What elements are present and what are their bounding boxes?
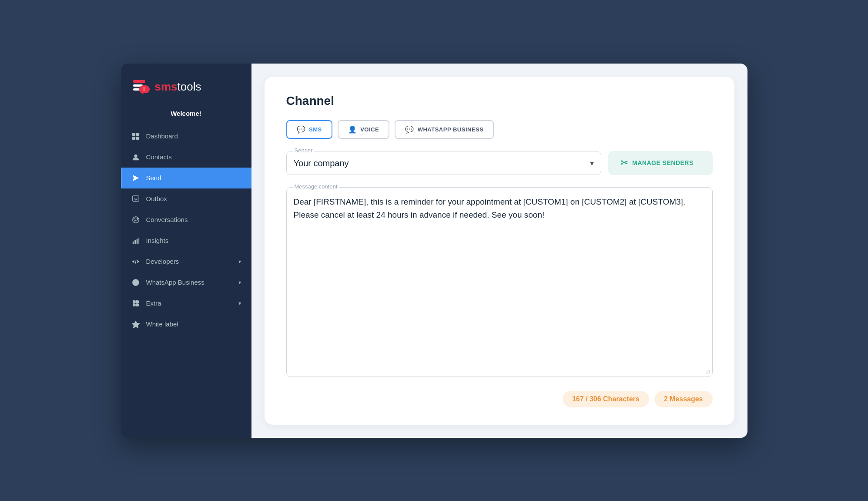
svg-rect-11 [132,241,134,243]
outbox-icon [131,195,140,203]
svg-text:!: ! [143,86,145,92]
sender-label: Sender [293,147,315,154]
sms-tab-icon: 💬 [297,125,306,134]
voice-tab-icon: 👤 [348,125,357,134]
logo-tools: tools [178,80,201,93]
sidebar-item-label-conversations: Conversations [146,216,241,223]
manage-senders-label: MANAGE SENDERS [632,159,694,166]
chevron-down-icon-2: ▾ [238,279,241,286]
sender-select[interactable]: Your company ▾ [294,158,594,168]
sidebar-item-label-developers: Developers [146,258,232,265]
sidebar-item-developers[interactable]: Developers ▾ [121,251,251,272]
sender-dropdown-arrow: ▾ [590,158,594,168]
contacts-icon [131,153,140,161]
sender-value: Your company [294,158,349,168]
tab-sms[interactable]: 💬 SMS [286,120,332,139]
chevron-down-icon-3: ▾ [238,300,241,306]
developers-icon [131,257,140,266]
svg-point-8 [134,154,137,157]
sidebar-item-label-contacts: Contacts [146,153,241,161]
sidebar-item-label-insights: Insights [146,237,241,244]
insights-icon [131,236,140,245]
whatsapp-tab-icon: 💬 [405,125,414,134]
svg-rect-12 [134,240,136,244]
svg-rect-19 [136,303,138,306]
messages-badge: 2 Messages [654,391,713,407]
sidebar-item-dashboard[interactable]: Dashboard [121,126,251,147]
sidebar-item-label-send: Send [146,174,241,182]
manage-senders-button[interactable]: ✂ MANAGE SENDERS [608,151,713,175]
tab-whatsapp-label: WHATSAPP BUSINESS [418,126,484,133]
svg-rect-14 [138,237,139,243]
svg-rect-18 [133,303,135,306]
sidebar-item-white-label[interactable]: White label [121,314,251,335]
tab-whatsapp[interactable]: 💬 WHATSAPP BUSINESS [395,120,494,139]
sidebar-nav: Dashboard Contacts Send [121,126,251,438]
send-icon [131,174,140,182]
sidebar-item-label-extra: Extra [146,299,232,307]
sidebar-item-send[interactable]: Send [121,168,251,188]
svg-rect-17 [136,300,138,303]
sender-row: Sender Your company ▾ ✂ MANAGE SENDERS [286,151,713,175]
stats-row: 167 / 306 Characters 2 Messages [286,391,713,407]
svg-rect-4 [132,132,135,135]
message-field: Message content ⊿ [286,187,713,377]
sidebar-item-whatsapp-business[interactable]: WhatsApp Business ▾ [121,272,251,293]
tab-sms-label: SMS [309,126,322,133]
tab-voice[interactable]: 👤 VOICE [338,120,389,139]
sidebar-item-label-white-label: White label [146,320,241,328]
svg-rect-0 [133,80,145,83]
manage-senders-icon: ✂ [620,158,628,168]
svg-marker-20 [132,321,139,327]
chevron-down-icon: ▾ [238,259,241,265]
svg-rect-7 [136,136,139,139]
main-content: Channel 💬 SMS 👤 VOICE 💬 WHATSAPP BUSINES… [251,64,747,438]
logo-text: smstools [155,80,201,94]
extra-icon [131,299,140,308]
sidebar-item-label-whatsapp: WhatsApp Business [146,279,232,286]
sidebar-welcome: Welcome! [121,110,251,117]
channel-tabs: 💬 SMS 👤 VOICE 💬 WHATSAPP BUSINESS [286,120,713,139]
sidebar-item-outbox[interactable]: Outbox [121,188,251,209]
sidebar-item-label-outbox: Outbox [146,195,241,202]
characters-badge: 167 / 306 Characters [563,391,649,407]
sidebar-item-contacts[interactable]: Contacts [121,147,251,168]
svg-rect-16 [133,300,135,303]
content-card: Channel 💬 SMS 👤 VOICE 💬 WHATSAPP BUSINES… [265,77,734,425]
logo-sms: sms [155,80,178,93]
app-container: ! smstools Welcome! Dashboard Conta [121,64,747,438]
sidebar-item-insights[interactable]: Insights [121,230,251,251]
svg-rect-6 [132,136,135,139]
white-label-icon [131,320,140,329]
whatsapp-icon [131,278,140,287]
message-label: Message content [293,183,339,190]
logo-icon: ! [131,77,151,97]
tab-voice-label: VOICE [360,126,379,133]
sidebar-item-conversations[interactable]: Conversations [121,209,251,230]
svg-rect-5 [136,132,139,135]
sender-field[interactable]: Sender Your company ▾ [286,151,601,175]
page-title: Channel [286,94,713,108]
sidebar-item-extra[interactable]: Extra ▾ [121,293,251,314]
sidebar: ! smstools Welcome! Dashboard Conta [121,64,251,438]
resize-handle: ⊿ [705,368,710,375]
message-textarea[interactable] [294,193,705,280]
logo: ! smstools [121,64,251,105]
svg-rect-13 [136,239,137,244]
sidebar-item-label-dashboard: Dashboard [146,132,241,140]
dashboard-icon [131,132,140,141]
conversations-icon [131,215,140,224]
